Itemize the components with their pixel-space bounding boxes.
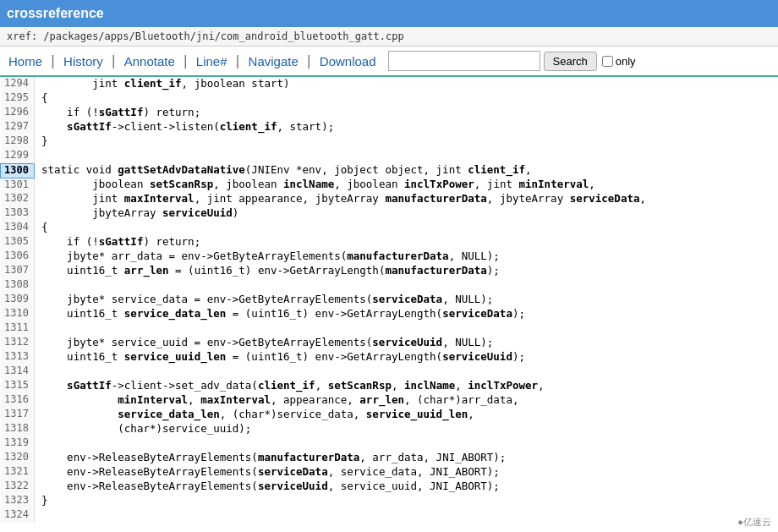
search-input[interactable] — [388, 51, 540, 71]
nav-bar: Home | History | Annotate | Line# | Navi… — [0, 47, 778, 77]
code-line: jbyteArray serviceUuid) — [35, 206, 778, 221]
line-number[interactable]: 1295 — [1, 91, 35, 106]
nav-download[interactable]: Download — [315, 52, 381, 70]
line-number[interactable]: 1313 — [1, 350, 35, 365]
code-line — [35, 149, 778, 163]
code-line: jbyte* service_uuid = env->GetByteArrayE… — [35, 336, 778, 350]
table-row: 1299 — [1, 149, 778, 163]
table-row: 1313 uint16_t service_uuid_len = (uint16… — [1, 350, 778, 365]
code-line — [35, 321, 778, 336]
line-number[interactable]: 1323 — [1, 494, 35, 508]
table-row: 1314 — [1, 365, 778, 379]
code-line: sGattIf->client->set_adv_data(client_if,… — [35, 379, 778, 393]
line-number[interactable]: 1320 — [1, 451, 35, 465]
line-number[interactable]: 1298 — [1, 134, 35, 149]
line-number[interactable]: 1308 — [1, 278, 35, 293]
table-row: 1294 jint client_if, jboolean start) — [1, 77, 778, 91]
code-line: jint client_if, jboolean start) — [35, 77, 778, 91]
line-number[interactable]: 1304 — [1, 221, 35, 235]
table-row: 1319 — [1, 436, 778, 451]
line-number[interactable]: 1312 — [1, 336, 35, 350]
line-number[interactable]: 1302 — [1, 192, 35, 206]
table-row: 1321 env->ReleaseByteArrayElements(servi… — [1, 465, 778, 480]
only-checkbox[interactable] — [602, 56, 613, 67]
search-button[interactable]: Search — [544, 52, 597, 71]
code-line: if (!sGattIf) return; — [35, 106, 778, 120]
table-row: 1324 — [1, 508, 778, 523]
code-line: uint16_t service_uuid_len = (uint16_t) e… — [35, 350, 778, 365]
line-number[interactable]: 1303 — [1, 206, 35, 221]
only-label: only — [616, 55, 636, 68]
table-row: 1305 if (!sGattIf) return; — [1, 235, 778, 250]
line-number[interactable]: 1314 — [1, 365, 35, 379]
line-number[interactable]: 1310 — [1, 307, 35, 321]
nav-navigate[interactable]: Navigate — [244, 52, 304, 70]
code-line: minInterval, maxInterval, appearance, ar… — [35, 393, 778, 408]
code-line: env->ReleaseByteArrayElements(serviceUui… — [35, 480, 778, 494]
line-number[interactable]: 1315 — [1, 379, 35, 393]
code-table: 1294 jint client_if, jboolean start)1295… — [0, 77, 778, 523]
table-row: 1322 env->ReleaseByteArrayElements(servi… — [1, 480, 778, 494]
code-line: } — [35, 134, 778, 149]
line-number[interactable]: 1316 — [1, 393, 35, 408]
line-number[interactable]: 1294 — [1, 77, 35, 91]
code-line: jbyte* service_data = env->GetByteArrayE… — [35, 293, 778, 307]
line-number[interactable]: 1322 — [1, 480, 35, 494]
line-number[interactable]: 1300 — [1, 163, 35, 178]
line-number[interactable]: 1297 — [1, 120, 35, 134]
table-row: 1302 jint maxInterval, jint appearance, … — [1, 192, 778, 206]
top-bar: crossreference — [0, 0, 778, 27]
table-row: 1300static void gattSetAdvDataNative(JNI… — [1, 163, 778, 178]
table-row: 1315 sGattIf->client->set_adv_data(clien… — [1, 379, 778, 393]
table-row: 1306 jbyte* arr_data = env->GetByteArray… — [1, 250, 778, 264]
code-line: service_data_len, (char*)service_data, s… — [35, 408, 778, 422]
line-number[interactable]: 1307 — [1, 264, 35, 278]
table-row: 1304{ — [1, 221, 778, 235]
table-row: 1323} — [1, 494, 778, 508]
nav-sep-5: | — [304, 53, 315, 69]
line-number[interactable]: 1319 — [1, 436, 35, 451]
code-line: jbyte* arr_data = env->GetByteArrayEleme… — [35, 250, 778, 264]
code-line: static void gattSetAdvDataNative(JNIEnv … — [35, 163, 778, 178]
table-row: 1320 env->ReleaseByteArrayElements(manuf… — [1, 451, 778, 465]
line-number[interactable]: 1309 — [1, 293, 35, 307]
logo: crossreference — [7, 6, 104, 21]
line-number[interactable]: 1311 — [1, 321, 35, 336]
code-line: uint16_t arr_len = (uint16_t) env->GetAr… — [35, 264, 778, 278]
code-line: sGattIf->client->listen(client_if, start… — [35, 120, 778, 134]
line-number[interactable]: 1318 — [1, 422, 35, 436]
line-number[interactable]: 1324 — [1, 508, 35, 523]
nav-annotate[interactable]: Annotate — [119, 52, 180, 70]
line-number[interactable]: 1301 — [1, 178, 35, 192]
nav-home[interactable]: Home — [3, 52, 47, 70]
code-line: if (!sGattIf) return; — [35, 235, 778, 250]
line-number[interactable]: 1321 — [1, 465, 35, 480]
line-number[interactable]: 1317 — [1, 408, 35, 422]
table-row: 1312 jbyte* service_uuid = env->GetByteA… — [1, 336, 778, 350]
nav-history[interactable]: History — [58, 52, 108, 70]
nav-sep-1: | — [47, 53, 58, 69]
code-line: (char*)service_uuid); — [35, 422, 778, 436]
table-row: 1296 if (!sGattIf) return; — [1, 106, 778, 120]
code-line: { — [35, 221, 778, 235]
table-row: 1295{ — [1, 91, 778, 106]
watermark: ●亿速云 — [737, 516, 771, 529]
code-line: env->ReleaseByteArrayElements(serviceDat… — [35, 465, 778, 480]
table-row: 1303 jbyteArray serviceUuid) — [1, 206, 778, 221]
code-line — [35, 365, 778, 379]
line-number[interactable]: 1306 — [1, 250, 35, 264]
table-row: 1311 — [1, 321, 778, 336]
nav-sep-3: | — [180, 53, 191, 69]
xref-path-bar: xref: /packages/apps/Bluetooth/jni/com_a… — [0, 27, 778, 47]
code-line — [35, 436, 778, 451]
nav-lineno[interactable]: Line# — [191, 52, 233, 70]
line-number[interactable]: 1299 — [1, 149, 35, 163]
code-line: jboolean setScanRsp, jboolean inclName, … — [35, 178, 778, 192]
nav-sep-4: | — [233, 53, 244, 69]
table-row: 1298} — [1, 134, 778, 149]
nav-sep-2: | — [108, 53, 119, 69]
table-row: 1316 minInterval, maxInterval, appearanc… — [1, 393, 778, 408]
line-number[interactable]: 1296 — [1, 106, 35, 120]
table-row: 1309 jbyte* service_data = env->GetByteA… — [1, 293, 778, 307]
line-number[interactable]: 1305 — [1, 235, 35, 250]
